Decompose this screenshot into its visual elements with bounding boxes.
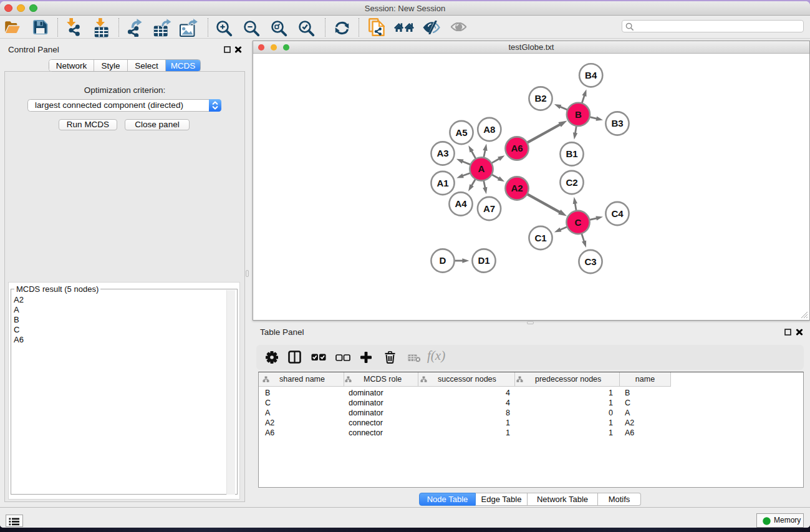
svg-text:B4: B4 — [585, 70, 597, 80]
svg-text:D1: D1 — [478, 255, 489, 266]
svg-text:C1: C1 — [534, 233, 546, 243]
svg-text:C: C — [575, 217, 582, 228]
svg-text:A: A — [478, 163, 485, 174]
svg-text:C2: C2 — [566, 177, 577, 188]
svg-text:B3: B3 — [611, 118, 623, 128]
svg-text:A4: A4 — [455, 198, 467, 209]
svg-text:C4: C4 — [611, 208, 624, 219]
svg-text:A1: A1 — [436, 178, 448, 188]
svg-text:D: D — [440, 255, 446, 266]
svg-text:A6: A6 — [511, 143, 523, 153]
svg-text:B1: B1 — [566, 148, 577, 159]
svg-text:A3: A3 — [436, 148, 448, 158]
svg-text:A7: A7 — [483, 203, 495, 214]
svg-text:B2: B2 — [534, 93, 546, 104]
svg-text:A8: A8 — [483, 124, 495, 135]
svg-text:C3: C3 — [584, 256, 596, 267]
svg-text:B: B — [575, 109, 582, 120]
svg-text:A5: A5 — [455, 127, 467, 138]
svg-text:A2: A2 — [511, 183, 523, 193]
